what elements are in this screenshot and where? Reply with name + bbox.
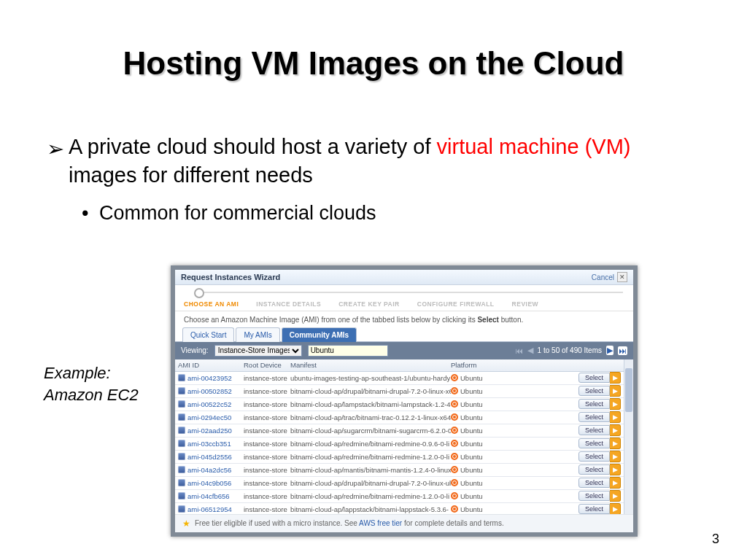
ubuntu-icon <box>451 427 458 434</box>
manifest: bitnami-cloud-ap/drupal/bitnami-drupal-7… <box>290 387 451 395</box>
aws-free-tier-link[interactable]: AWS free tier <box>359 519 402 527</box>
platform: Ubuntu <box>460 440 483 448</box>
col-root-device[interactable]: Root Device <box>244 361 290 369</box>
tab-my-amis[interactable]: My AMIs <box>236 327 279 342</box>
ubuntu-icon <box>451 374 458 381</box>
select-button[interactable]: Select▶ <box>578 503 621 514</box>
ubuntu-icon <box>451 492 458 499</box>
footer-post: for complete details and terms. <box>402 519 504 527</box>
pager-first-icon[interactable]: ⏮ <box>515 346 523 355</box>
page-number: 3 <box>712 532 719 547</box>
pager-last-icon[interactable]: ⏭ <box>618 346 627 355</box>
manifest: bitnami-cloud-ap/redmine/bitnami-redmine… <box>290 440 451 448</box>
wizard-instruction: Choose an Amazon Machine Image (AMI) fro… <box>175 311 633 327</box>
table-row[interactable]: ami-00522c52instance-storebitnami-cloud-… <box>175 398 624 411</box>
step-create-key-pair: CREATE KEY PAIR <box>338 300 400 308</box>
step-review: REVIEW <box>512 300 539 308</box>
root-device: instance-store <box>244 479 290 487</box>
col-platform[interactable]: Platform <box>451 361 524 369</box>
select-button[interactable]: Select▶ <box>578 424 621 436</box>
table-row[interactable]: ami-04cfb656instance-storebitnami-cloud-… <box>175 490 624 503</box>
manifest: bitnami-cloud-ap/redmine/bitnami-redmine… <box>290 492 451 500</box>
disk-icon <box>178 492 185 499</box>
pager: ⏮ ◀ 1 to 50 of 490 Items ▶ ⏭ <box>515 346 627 355</box>
cancel-link[interactable]: Cancel <box>592 273 614 281</box>
root-device: instance-store <box>244 453 290 461</box>
root-device: instance-store <box>244 400 290 408</box>
ami-id: ami-00423952 <box>187 374 232 382</box>
wizard-tabs: Quick Start My AMIs Community AMIs <box>175 327 633 342</box>
viewing-select[interactable]: Instance-Store Images <box>214 345 302 357</box>
scrollbar[interactable] <box>624 359 633 514</box>
table-row[interactable]: ami-0294ec50instance-storebitnami-cloud-… <box>175 411 624 424</box>
ubuntu-icon <box>451 400 458 408</box>
root-device: instance-store <box>244 387 290 395</box>
step-configure-firewall: CONFIGURE FIREWALL <box>417 300 495 308</box>
platform: Ubuntu <box>460 453 483 461</box>
disk-icon <box>178 505 185 513</box>
platform: Ubuntu <box>460 466 483 474</box>
ami-id: ami-03ccb351 <box>187 440 231 448</box>
pager-next-icon[interactable]: ▶ <box>606 346 614 355</box>
select-button[interactable]: Select▶ <box>578 477 621 489</box>
manifest: bitnami-cloud-ap/mantis/bitnami-mantis-1… <box>290 466 451 474</box>
bullet-red: virtual machine (VM) <box>437 135 631 158</box>
pager-prev-icon[interactable]: ◀ <box>527 346 533 355</box>
select-arrow-icon: ▶ <box>610 424 621 436</box>
table-row[interactable]: ami-04a2dc56instance-storebitnami-cloud-… <box>175 464 624 477</box>
bullet-main: A private cloud should host a variety of… <box>69 133 681 190</box>
tab-community-amis[interactable]: Community AMIs <box>282 327 357 342</box>
platform: Ubuntu <box>460 387 483 395</box>
root-device: instance-store <box>244 505 290 513</box>
platform: Ubuntu <box>460 505 483 513</box>
footer-pre: Free tier eligible if used with a micro … <box>195 519 359 527</box>
table-row[interactable]: ami-04c9b056instance-storebitnami-cloud-… <box>175 477 624 490</box>
table-row[interactable]: ami-03ccb351instance-storebitnami-cloud-… <box>175 438 624 451</box>
bullet-pre: A private cloud should host a variety of <box>69 135 437 158</box>
col-ami-id[interactable]: AMI ID <box>178 361 244 369</box>
example-l1: Example: <box>44 362 139 384</box>
table-row[interactable]: ami-02aad250instance-storebitnami-cloud-… <box>175 424 624 438</box>
wizard-title: Request Instances Wizard <box>181 273 280 281</box>
ami-id: ami-04cfb656 <box>187 492 230 500</box>
ubuntu-icon <box>451 453 458 460</box>
step-choose-ami: CHOOSE AN AMI <box>184 300 239 308</box>
table-row[interactable]: ami-00502852instance-storebitnami-cloud-… <box>175 385 624 398</box>
select-button[interactable]: Select▶ <box>578 490 621 502</box>
table-row[interactable]: ami-00423952instance-storeubuntu-images-… <box>175 372 624 385</box>
table-row[interactable]: ami-045d2556instance-storebitnami-cloud-… <box>175 451 624 464</box>
wizard-footer: ★ Free tier eligible if used with a micr… <box>175 514 633 532</box>
select-button[interactable]: Select▶ <box>578 385 621 397</box>
ami-id: ami-00522c52 <box>187 400 231 408</box>
manifest: bitnami-cloud-ap/trac/bitnami-trac-0.12.… <box>290 413 451 421</box>
close-icon[interactable]: ✕ <box>617 272 627 282</box>
bullet-post: images for different needs <box>69 163 313 187</box>
col-manifest[interactable]: Manifest <box>290 361 451 369</box>
manifest: bitnami-cloud-ap/redmine/bitnami-redmine… <box>290 453 451 461</box>
ami-id: ami-06512954 <box>187 505 232 513</box>
select-button[interactable]: Select▶ <box>578 372 621 384</box>
disk-icon <box>178 374 185 381</box>
step-instance-details: INSTANCE DETAILS <box>256 300 321 308</box>
select-arrow-icon: ▶ <box>610 372 621 384</box>
select-button[interactable]: Select▶ <box>578 398 621 410</box>
select-button[interactable]: Select▶ <box>578 451 621 462</box>
example-label: Example: Amazon EC2 <box>44 362 139 405</box>
select-arrow-icon: ▶ <box>610 477 621 489</box>
manifest: bitnami-cloud-ap/drupal/bitnami-drupal-7… <box>290 479 451 487</box>
select-button[interactable]: Select▶ <box>578 411 621 423</box>
example-l2: Amazon EC2 <box>44 384 139 406</box>
table-row[interactable]: ami-06512954instance-storebitnami-cloud-… <box>175 503 624 514</box>
platform: Ubuntu <box>460 492 483 500</box>
tab-quick-start[interactable]: Quick Start <box>182 327 234 342</box>
disk-icon <box>178 400 185 408</box>
viewing-label: Viewing: <box>181 346 209 354</box>
instr-post: button. <box>499 316 523 324</box>
ubuntu-icon <box>451 440 458 447</box>
select-button[interactable]: Select▶ <box>578 438 621 449</box>
select-arrow-icon: ▶ <box>610 385 621 397</box>
table-wrap: AMI ID Root Device Manifest Platform ami… <box>175 359 633 514</box>
select-button[interactable]: Select▶ <box>578 464 621 475</box>
select-arrow-icon: ▶ <box>610 438 621 449</box>
search-input[interactable] <box>308 345 388 357</box>
